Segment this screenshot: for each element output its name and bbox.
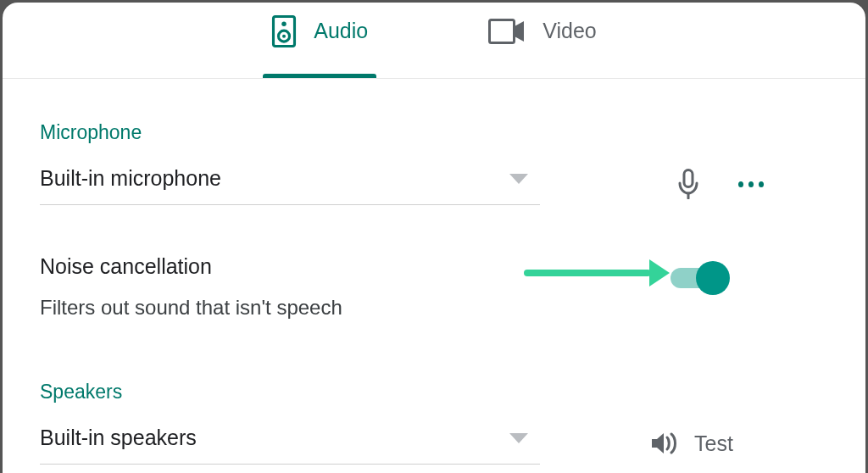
microphone-selected-value: Built-in microphone <box>40 168 221 189</box>
noise-cancellation-title: Noise cancellation <box>40 254 342 279</box>
speaker-box-icon <box>271 15 297 47</box>
video-camera-icon <box>488 19 526 44</box>
chevron-down-icon <box>509 174 528 184</box>
speakers-selected-value: Built-in speakers <box>40 427 197 448</box>
toggle-knob <box>696 261 730 295</box>
volume-icon <box>650 431 677 456</box>
noise-cancellation-toggle[interactable] <box>670 268 723 288</box>
tabs-bar: Audio Video <box>3 3 865 79</box>
annotation-arrow <box>524 270 651 276</box>
chevron-down-icon <box>509 433 528 443</box>
svg-rect-5 <box>684 170 693 187</box>
microphone-dropdown[interactable]: Built-in microphone <box>40 163 540 205</box>
tab-audio-label: Audio <box>314 20 368 42</box>
tab-audio[interactable]: Audio <box>266 3 373 78</box>
speakers-test-label: Test <box>694 431 733 456</box>
more-options-icon[interactable] <box>738 171 764 197</box>
speakers-row: Built-in speakers Test <box>40 422 828 465</box>
audio-content: Microphone Built-in microphone <box>3 79 865 465</box>
tab-video[interactable]: Video <box>483 3 602 78</box>
noise-cancellation-toggle-wrap <box>670 268 723 288</box>
microphone-icon[interactable] <box>676 171 701 197</box>
tab-video-label: Video <box>542 20 597 42</box>
noise-cancellation-text: Noise cancellation Filters out sound tha… <box>40 254 342 320</box>
svg-point-1 <box>282 21 287 26</box>
microphone-actions <box>676 171 764 197</box>
svg-rect-4 <box>490 19 515 42</box>
svg-point-3 <box>282 34 286 37</box>
microphone-section-label: Microphone <box>40 121 828 144</box>
speakers-section: Speakers Built-in speakers Test <box>40 381 828 465</box>
speakers-section-label: Speakers <box>40 381 828 403</box>
speakers-dropdown[interactable]: Built-in speakers <box>40 422 540 465</box>
speakers-test-button[interactable]: Test <box>650 431 733 456</box>
settings-panel: Audio Video Microphone Built-in micropho… <box>3 3 865 473</box>
noise-cancellation-subtitle: Filters out sound that isn't speech <box>40 296 342 320</box>
microphone-row: Built-in microphone <box>40 163 828 205</box>
